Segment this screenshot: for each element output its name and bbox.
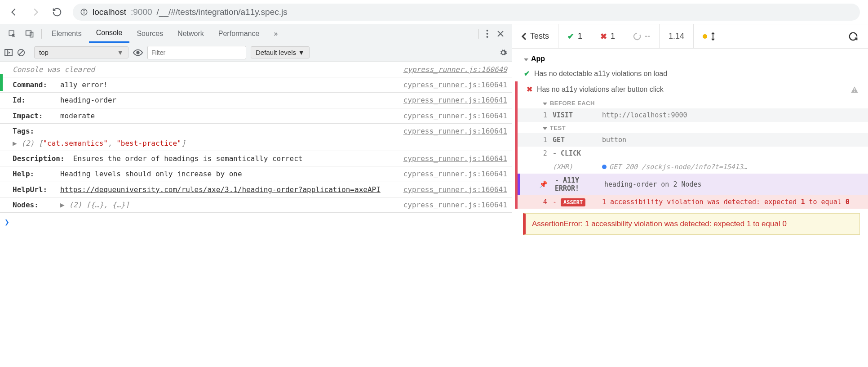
duration-value: 1.14: [669, 31, 684, 41]
svg-point-7: [486, 33, 488, 35]
gear-icon[interactable]: [499, 49, 507, 57]
context-selector-label: top: [39, 49, 49, 56]
viewport-scale[interactable]: [694, 24, 724, 48]
resize-icon: [711, 32, 715, 41]
cmd-msg: 1 accessibility violation was detected: …: [602, 198, 861, 206]
value: a11y error!: [60, 81, 108, 89]
tab-elements[interactable]: Elements: [44, 25, 89, 42]
console-row-help: Help: Heading levels should only increas…: [0, 166, 512, 182]
source-link[interactable]: cypress_runner.js:160641: [399, 110, 507, 122]
suite-name[interactable]: App: [515, 52, 868, 66]
tab-network[interactable]: Network: [170, 25, 211, 42]
fail-count-value: 1: [611, 31, 615, 41]
xhr-text: GET 200 /sockjs-node/info?t=15413…: [609, 163, 747, 171]
source-link[interactable]: cypress_runner.js:160641: [399, 199, 507, 211]
cmd-index: 1: [536, 136, 553, 144]
value: moderate: [60, 112, 95, 120]
caret-down-icon: [543, 103, 547, 105]
context-selector[interactable]: top ▼: [34, 46, 128, 58]
source-link[interactable]: cypress_runner.js:160641: [399, 184, 507, 196]
url-path: /__/#/tests/integration/a11y.spec.js: [157, 7, 288, 17]
pass-count-value: 1: [578, 31, 582, 41]
section-label: BEFORE EACH: [550, 100, 595, 107]
duration: 1.14: [660, 24, 694, 48]
help-link[interactable]: https://dequeuniversity.com/rules/axe/3.…: [60, 185, 381, 194]
kebab-icon[interactable]: [482, 26, 493, 41]
console-row-impact: Impact: moderate cypress_runner.js:16064…: [0, 108, 512, 124]
cmd-a11y-error[interactable]: 📌 - A11Y ERROR! heading-order on 2 Nodes: [518, 174, 868, 195]
cross-icon: ✖: [527, 85, 532, 94]
cmd-get[interactable]: 1 GET button: [518, 133, 868, 147]
tab-console[interactable]: Console: [89, 24, 130, 43]
filter-input[interactable]: [147, 46, 246, 59]
source-link[interactable]: cypress_runner.js:160641: [399, 168, 507, 180]
source-link[interactable]: cypress_runner.js:160641: [399, 79, 507, 91]
key: Description:: [13, 154, 65, 163]
reload-icon[interactable]: [51, 6, 63, 18]
console-row-nodes: Nodes: ▶ (2) [{…}, {…}] cypress_runner.j…: [0, 197, 512, 213]
restart-button[interactable]: [838, 31, 868, 41]
console-prompt[interactable]: ❯: [0, 213, 512, 232]
comma: ,: [108, 139, 116, 148]
test-fail[interactable]: ✖ Has no a11y violations after button cl…: [518, 81, 868, 97]
source-link[interactable]: cypress_runner.js:160641: [399, 94, 507, 106]
url-bar[interactable]: localhost:9000/__/#/tests/integration/a1…: [73, 4, 860, 21]
value: Ensures the order of headings is semanti…: [73, 154, 303, 163]
back-icon[interactable]: [8, 6, 20, 18]
svg-point-6: [486, 30, 488, 31]
separator: [478, 29, 479, 39]
console-row-helpurl: HelpUrl: https://dequeuniversity.com/rul…: [0, 182, 512, 197]
array-len[interactable]: (2): [21, 139, 34, 148]
cmd-assert[interactable]: 4 - ASSERT 1 accessibility violation was…: [518, 195, 868, 209]
source-link[interactable]: cypress_runner.js:160649: [399, 63, 507, 76]
console-row-description: Description: Ensures the order of headin…: [0, 151, 512, 166]
cmd-name: (XHR): [553, 163, 602, 171]
levels-dropdown[interactable]: Default levels ▼: [251, 46, 310, 58]
key: Help:: [13, 170, 34, 178]
tab-sources[interactable]: Sources: [129, 25, 170, 42]
cmd-xhr[interactable]: (XHR) GET 200 /sockjs-node/info?t=15413…: [518, 160, 868, 174]
url-host: localhost: [93, 7, 126, 17]
test-pass[interactable]: ✔ Has no detectable a11y violations on l…: [515, 66, 868, 81]
tabs-overflow[interactable]: »: [266, 25, 285, 42]
chevron-left-icon: [521, 32, 527, 40]
key: Impact:: [13, 112, 43, 120]
test-title: Has no detectable a11y violations on loa…: [534, 70, 667, 78]
clear-icon[interactable]: [17, 49, 25, 57]
cmd-index: 1: [536, 111, 553, 119]
dot-icon: [602, 165, 607, 169]
key: Tags:: [13, 127, 34, 135]
eye-icon[interactable]: [133, 49, 143, 56]
section-test: TEST: [518, 122, 868, 133]
devtools-tabs: Elements Console Sources Network Perform…: [0, 24, 512, 43]
cmd-msg: GET 200 /sockjs-node/info?t=15413…: [602, 163, 861, 171]
source-link[interactable]: cypress_runner.js:160641: [399, 125, 507, 137]
check-icon: ✔: [567, 31, 574, 41]
key: Nodes:: [13, 201, 39, 209]
device-icon[interactable]: [21, 26, 39, 41]
cmd-name: - A11Y ERROR!: [555, 176, 604, 192]
close-icon[interactable]: [493, 27, 508, 40]
caret-down-icon: [524, 58, 528, 61]
value: heading-order: [60, 96, 116, 104]
cmd-click[interactable]: 2 - CLICK: [518, 147, 868, 160]
levels-dropdown-label: Default levels ▼: [256, 49, 305, 56]
status-dot-icon: [703, 34, 707, 39]
tab-performance[interactable]: Performance: [211, 25, 267, 42]
inspect-icon[interactable]: [4, 26, 21, 41]
value[interactable]: (2) [{…}, {…}]: [69, 201, 129, 209]
cmd-visit[interactable]: 1 VISIT http://localhost:9000: [518, 108, 868, 122]
pass-count: ✔ 1: [558, 24, 591, 48]
bracket: ]: [182, 139, 186, 148]
workspace: Elements Console Sources Network Perform…: [0, 24, 868, 367]
sidebar-toggle-icon[interactable]: [4, 49, 13, 56]
test-title: Has no a11y violations after button clic…: [537, 85, 664, 94]
source-link[interactable]: cypress_runner.js:160641: [399, 152, 507, 165]
cmd-msg: button: [602, 136, 861, 144]
tests-back-button[interactable]: Tests: [512, 24, 558, 48]
section-before-each: BEFORE EACH: [518, 97, 868, 108]
cypress-body: App ✔ Has no detectable a11y violations …: [512, 49, 868, 239]
console-controls: top ▼ Default levels ▼: [0, 43, 512, 62]
cross-icon: ✖: [600, 31, 607, 41]
separator: [41, 29, 42, 39]
